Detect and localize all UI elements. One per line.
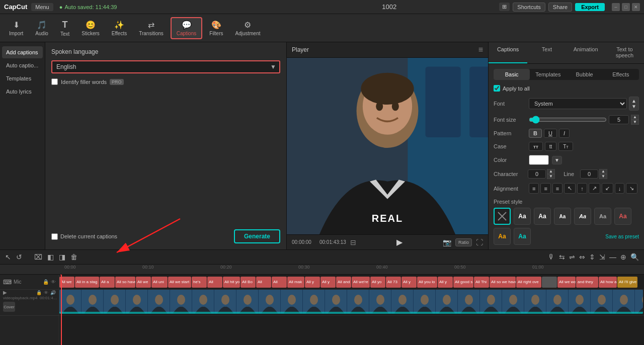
tool-audio[interactable]: 🎵 Audio — [30, 18, 53, 38]
style-tab-effects[interactable]: Effects — [603, 69, 639, 80]
line-up[interactable]: ▲ — [599, 169, 607, 174]
player-menu-button[interactable]: ≡ — [478, 45, 483, 54]
tab-text[interactable]: Text — [527, 42, 566, 63]
caption-clip-19[interactable]: All 73 — [386, 277, 401, 288]
language-select[interactable]: English — [51, 60, 280, 73]
split-at-head[interactable]: ⌧ — [33, 252, 43, 262]
preset-6[interactable]: Aa — [614, 208, 631, 225]
tool-import[interactable]: ⬇ Import — [4, 18, 28, 38]
style-tab-basic[interactable]: Basic — [494, 69, 530, 80]
generate-button[interactable]: Generate — [234, 229, 280, 243]
left-auto-caption[interactable]: Auto captio... — [2, 59, 43, 71]
apply-all-checkbox[interactable] — [494, 85, 500, 92]
video-lock-button[interactable]: 🔒 — [36, 290, 42, 295]
caption-clip-29[interactable]: All how a — [599, 277, 617, 288]
caption-clip-2[interactable]: All a — [100, 277, 115, 288]
caption-clip-8[interactable]: All — [207, 277, 222, 288]
font-arrow-button[interactable]: ▲▼ — [629, 97, 639, 111]
video-visible-button[interactable]: 👁 — [44, 290, 48, 295]
delete-captions-checkbox[interactable] — [51, 233, 58, 240]
case-allcaps-button[interactable]: TT — [529, 142, 543, 151]
caption-clip-0[interactable]: All we — [59, 277, 74, 288]
tl-zoom[interactable]: 🔍 — [629, 252, 640, 262]
caption-clip-4[interactable]: All we — [136, 277, 151, 288]
tl-tool-5[interactable]: ⇲ — [598, 252, 606, 262]
caption-clip-24[interactable]: All Thi — [474, 277, 489, 288]
font-size-slider[interactable] — [529, 116, 607, 124]
caption-clip-22[interactable]: All y — [438, 277, 453, 288]
video-audio-button[interactable]: 🔊 — [50, 290, 56, 295]
preset-2[interactable]: Aa — [534, 208, 551, 225]
tool-effects[interactable]: ✨ Effects — [107, 18, 132, 38]
caption-clip-3[interactable]: All so have — [115, 277, 135, 288]
share-button[interactable]: Share — [548, 3, 572, 12]
align-right-button[interactable]: ≡ — [552, 183, 562, 194]
tl-tool-6[interactable]: — — [608, 252, 617, 262]
filler-words-checkbox[interactable] — [51, 78, 58, 85]
tab-animation[interactable]: Animation — [567, 42, 605, 63]
export-button[interactable]: Export — [575, 3, 605, 11]
case-titlecase-button[interactable]: Tt — [558, 142, 573, 151]
preset-5[interactable]: Aa — [594, 208, 611, 225]
caption-clip-5[interactable]: All uni — [151, 277, 168, 288]
caption-clip-10[interactable]: All Bo — [240, 277, 256, 288]
tab-captions[interactable]: Captions — [489, 42, 527, 63]
tool-stickers[interactable]: 😊 Stickers — [76, 18, 105, 38]
split-left[interactable]: ◧ — [46, 252, 55, 262]
tl-tool-7[interactable]: ⊕ — [619, 252, 627, 262]
line-input[interactable]: 0 — [580, 169, 598, 179]
screenshot-button[interactable]: 📷 — [443, 238, 451, 246]
tool-text[interactable]: T Text — [55, 18, 74, 39]
save-as-preset-button[interactable]: Save as preset — [605, 234, 639, 239]
align-top-center-button[interactable]: ↑ — [577, 183, 587, 194]
shortcuts-button[interactable]: Shortcuts — [513, 3, 545, 12]
font-select[interactable]: System — [529, 98, 627, 109]
caption-clip-27[interactable]: All we wou — [557, 277, 576, 288]
tool-captions[interactable]: 💬 Captions — [171, 17, 202, 39]
preset-3[interactable]: Aa — [554, 208, 571, 225]
bold-button[interactable]: B — [529, 129, 542, 138]
caption-clip-7[interactable]: he's — [192, 277, 207, 288]
split-right[interactable]: ◨ — [58, 252, 66, 262]
tool-transitions[interactable]: ⇄ Transitions — [134, 18, 169, 38]
ratio-button[interactable]: Ratio — [455, 238, 472, 246]
case-lowercase-button[interactable]: tt — [545, 142, 557, 151]
preset-4[interactable]: Aa — [574, 208, 591, 225]
caption-clip-26[interactable]: All right ove — [516, 277, 541, 288]
align-top-left-button[interactable]: ↖ — [564, 183, 576, 194]
caption-clip-21[interactable]: All you lo — [417, 277, 437, 288]
character-down[interactable]: ▼ — [547, 174, 555, 179]
preset-7[interactable]: Aa — [494, 228, 511, 245]
grid-icon-button[interactable]: ⊞ — [499, 3, 510, 11]
caption-clip-25[interactable]: All so we have — [490, 277, 516, 288]
caption-clip-16[interactable]: All and s — [336, 277, 351, 288]
underline-button[interactable]: U — [544, 129, 557, 138]
character-up[interactable]: ▲ — [547, 169, 555, 174]
align-center-button[interactable]: ≡ — [540, 183, 550, 194]
caption-clip-1[interactable]: All in a stag — [75, 277, 99, 288]
align-bottom-left-button[interactable]: ↙ — [602, 183, 613, 194]
caption-clip-17[interactable]: All we're — [352, 277, 370, 288]
tl-tool-2[interactable]: ⇌ — [568, 252, 576, 262]
caption-clip-30[interactable]: All I'll give — [617, 277, 637, 288]
undo-button[interactable]: ↺ — [15, 252, 23, 262]
caption-clip-12[interactable]: All — [272, 277, 287, 288]
preset-1[interactable]: Aa — [514, 208, 531, 225]
italic-button[interactable]: I — [559, 129, 570, 138]
color-dropdown-button[interactable]: ▼ — [552, 156, 562, 164]
tl-tool-3[interactable]: ⇔ — [578, 252, 586, 262]
fullscreen-button[interactable]: ⛶ — [476, 238, 483, 246]
mic-button[interactable]: 🎙 — [547, 252, 556, 262]
font-size-up[interactable]: ▲ — [631, 115, 639, 120]
font-size-down[interactable]: ▼ — [631, 120, 639, 125]
left-auto-lyrics[interactable]: Auto lyrics — [2, 85, 43, 98]
track-lock-button[interactable]: 🔒 — [43, 279, 49, 285]
caption-clip-6[interactable]: All we start — [168, 277, 191, 288]
tl-tool-4[interactable]: ⇕ — [588, 252, 596, 262]
font-size-input[interactable]: 5 — [609, 115, 629, 124]
preset-8[interactable]: Aa — [514, 228, 531, 245]
left-templates[interactable]: Templates — [2, 72, 43, 84]
caption-clip-15[interactable]: All y — [320, 277, 336, 288]
align-bottom-center-button[interactable]: ↓ — [615, 183, 625, 194]
cursor-tool[interactable]: ↖ — [4, 252, 12, 262]
